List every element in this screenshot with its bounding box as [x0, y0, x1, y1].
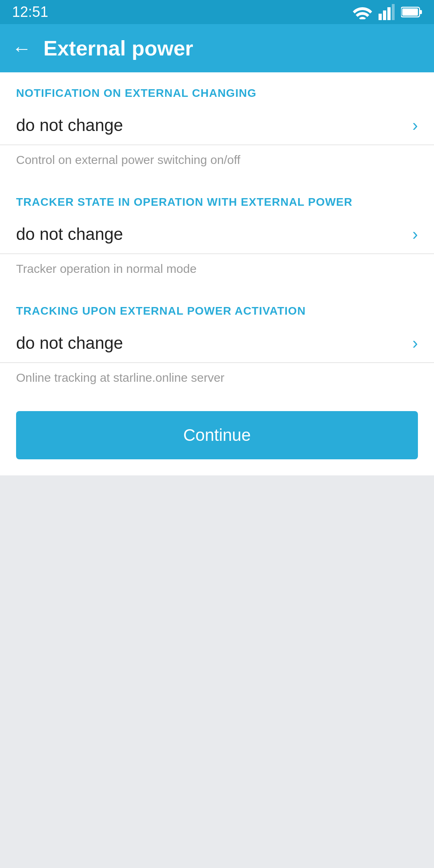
svg-rect-3	[392, 4, 395, 20]
svg-rect-0	[379, 14, 382, 20]
status-icons	[353, 4, 422, 20]
tracking-value: do not change	[16, 334, 123, 353]
tracker-state-value: do not change	[16, 225, 123, 244]
section-notification: NOTIFICATION ON EXTERNAL CHANGING do not…	[0, 72, 434, 145]
section-tracking: TRACKING UPON EXTERNAL POWER ACTIVATION …	[0, 290, 434, 362]
continue-button-container: Continue	[0, 399, 434, 475]
bottom-area	[0, 475, 434, 868]
section-label-tracking: TRACKING UPON EXTERNAL POWER ACTIVATION	[16, 305, 418, 317]
tracking-chevron-icon: ›	[412, 334, 418, 353]
status-bar: 12:51	[0, 0, 434, 24]
notification-chevron-icon: ›	[412, 116, 418, 135]
tracker-state-setting-row[interactable]: do not change ›	[16, 217, 418, 254]
battery-icon	[401, 6, 422, 18]
back-button[interactable]: ←	[12, 37, 31, 59]
signal-icon	[379, 4, 395, 20]
status-time: 12:51	[12, 4, 48, 20]
notification-description: Control on external power switching on/o…	[0, 145, 434, 181]
continue-button[interactable]: Continue	[16, 411, 418, 459]
section-tracker-state: TRACKER STATE IN OPERATION WITH EXTERNAL…	[0, 181, 434, 254]
notification-setting-row[interactable]: do not change ›	[16, 108, 418, 145]
tracking-setting-row[interactable]: do not change ›	[16, 326, 418, 362]
svg-rect-5	[420, 10, 422, 14]
notification-value: do not change	[16, 116, 123, 135]
section-label-notification: NOTIFICATION ON EXTERNAL CHANGING	[16, 87, 418, 100]
svg-rect-2	[387, 7, 391, 20]
svg-rect-1	[383, 10, 386, 20]
tracker-state-chevron-icon: ›	[412, 225, 418, 244]
toolbar: ← External power	[0, 24, 434, 72]
tracker-state-description: Tracker operation in normal mode	[0, 254, 434, 290]
page-title: External power	[43, 36, 193, 60]
svg-rect-6	[402, 8, 418, 16]
tracking-description: Online tracking at starline.online serve…	[0, 363, 434, 399]
section-label-tracker-state: TRACKER STATE IN OPERATION WITH EXTERNAL…	[16, 196, 418, 209]
wifi-icon	[353, 5, 372, 19]
content-area: NOTIFICATION ON EXTERNAL CHANGING do not…	[0, 72, 434, 475]
